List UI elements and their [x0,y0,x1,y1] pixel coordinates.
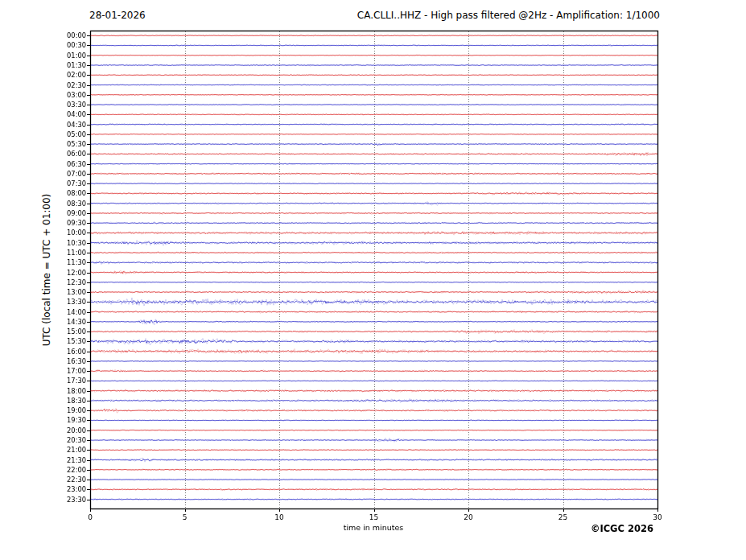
x-tick-label: 10 [263,513,295,521]
y-tick-label: 10:00 [0,229,86,237]
y-tick-label: 06:00 [0,150,86,158]
y-tick-label: 16:00 [0,348,86,356]
y-tick-label: 00:00 [0,31,86,39]
y-tick-label: 01:30 [0,61,86,69]
y-tick-label: 16:30 [0,357,86,365]
y-tick-label: 07:30 [0,179,86,187]
y-tick-label: 08:30 [0,200,86,208]
helicorder-canvas [0,0,746,560]
x-axis-title: time in minutes [253,523,494,532]
y-tick-label: 21:30 [0,456,86,464]
y-tick-label: 22:00 [0,466,86,474]
y-tick-label: 22:30 [0,476,86,484]
y-tick-label: 04:00 [0,110,86,118]
y-tick-label: 20:00 [0,426,86,434]
copyright-label: ©ICGC 2026 [591,523,653,534]
y-tick-label: 19:30 [0,416,86,424]
y-tick-label: 06:30 [0,160,86,168]
x-tick-label: 20 [452,513,484,521]
y-tick-label: 12:30 [0,278,86,286]
x-tick-label: 0 [74,513,106,521]
y-tick-label: 14:30 [0,318,86,326]
y-tick-label: 05:30 [0,140,86,148]
y-tick-label: 23:30 [0,496,86,504]
y-tick-label: 19:00 [0,406,86,414]
y-tick-label: 00:30 [0,41,86,49]
y-tick-label: 15:00 [0,327,86,336]
y-tick-label: 18:00 [0,387,86,395]
y-tick-label: 18:30 [0,397,86,405]
y-tick-label: 13:30 [0,298,86,306]
y-tick-label: 20:30 [0,436,86,444]
y-tick-label: 04:30 [0,121,86,129]
y-tick-label: 07:00 [0,170,86,178]
x-tick-label: 30 [641,513,674,521]
y-tick-label: 14:00 [0,308,86,316]
y-tick-label: 17:00 [0,367,86,375]
y-tick-label: 12:00 [0,269,86,277]
x-tick-label: 25 [547,513,579,521]
helicorder-figure: 28-01-2026 CA.CLLI..HHZ - High pass filt… [0,0,746,560]
y-tick-label: 01:00 [0,51,86,60]
y-tick-label: 23:00 [0,485,86,493]
y-tick-label: 03:00 [0,91,86,99]
x-tick-label: 15 [358,513,390,521]
y-tick-label: 05:00 [0,130,86,138]
y-tick-label: 17:30 [0,377,86,385]
y-tick-label: 02:30 [0,81,86,89]
y-tick-label: 09:30 [0,219,86,227]
y-tick-label: 11:30 [0,258,86,266]
y-tick-label: 08:00 [0,189,86,197]
y-tick-label: 03:30 [0,101,86,109]
y-tick-label: 13:00 [0,288,86,296]
y-tick-label: 11:00 [0,249,86,257]
y-tick-label: 15:30 [0,337,86,345]
y-tick-label: 02:00 [0,71,86,79]
y-tick-label: 09:00 [0,209,86,217]
y-tick-label: 21:00 [0,446,86,454]
x-tick-label: 5 [169,513,201,521]
y-tick-label: 10:30 [0,239,86,247]
